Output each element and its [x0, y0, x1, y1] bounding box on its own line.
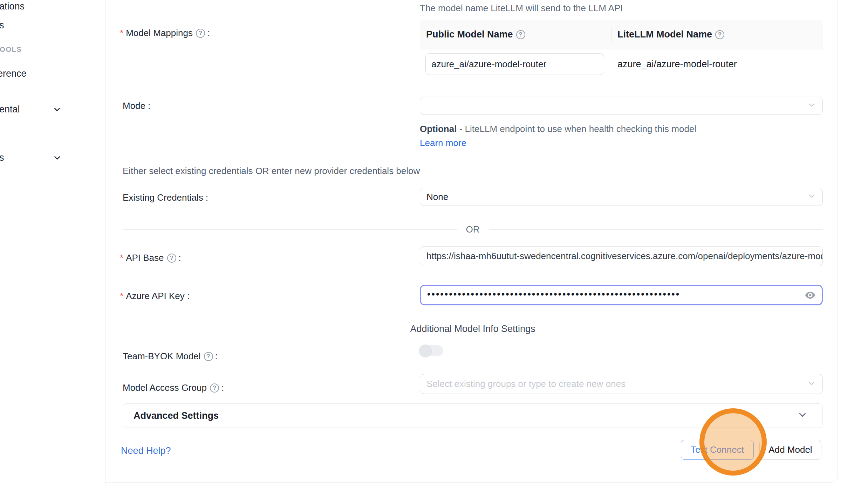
sidebar-item-settings[interactable]: s	[0, 152, 4, 163]
litellm-model-name-value: azure_ai/azure-model-router	[611, 59, 823, 70]
chevron-down-icon	[807, 192, 816, 202]
chevron-down-icon[interactable]	[53, 105, 62, 116]
chevron-down-icon	[797, 410, 808, 422]
sidebar-item-keys[interactable]: s	[0, 20, 4, 31]
table-row: azure_ai/azure-model-router	[420, 49, 823, 79]
additional-settings-divider: Additional Model Info Settings	[123, 324, 823, 334]
credentials-note: Either select existing credentials OR en…	[123, 166, 420, 176]
model-access-group-placeholder: Select existing groups or type to create…	[420, 379, 626, 389]
api-base-input[interactable]: https://ishaa-mh6uutut-swedencentral.cog…	[420, 246, 823, 266]
help-icon[interactable]: ?	[196, 29, 205, 38]
sidebar-item-organizations[interactable]: ations	[0, 1, 25, 12]
mode-select[interactable]	[420, 97, 823, 115]
model-access-group-select[interactable]: Select existing groups or type to create…	[420, 374, 823, 394]
chevron-down-icon[interactable]	[53, 153, 62, 164]
sidebar-section-tools: TOOLS	[0, 46, 22, 54]
add-model-button[interactable]: Add Model	[759, 440, 821, 460]
mode-help-text: Optional - LiteLLM endpoint to use when …	[420, 122, 708, 150]
required-asterisk: *	[120, 252, 123, 263]
help-icon[interactable]: ?	[204, 352, 213, 361]
advanced-settings-title: Advanced Settings	[123, 410, 219, 421]
team-byok-label: Team-BYOK Model ? :	[123, 351, 218, 362]
existing-credentials-label: Existing Credentials :	[123, 192, 208, 203]
public-model-name-input[interactable]	[425, 53, 604, 75]
help-icon[interactable]: ?	[715, 30, 724, 39]
masked-api-key: ••••••••••••••••••••••••••••••••••••••••…	[427, 289, 804, 300]
existing-credentials-select[interactable]: None	[420, 188, 823, 206]
toggle-knob	[419, 345, 431, 357]
or-divider: OR	[123, 224, 823, 235]
help-icon[interactable]: ?	[210, 383, 219, 393]
chevron-down-icon	[807, 379, 816, 389]
azure-api-key-label: * Azure API Key :	[120, 291, 190, 302]
existing-credentials-value: None	[420, 192, 448, 202]
learn-more-link[interactable]: Learn more	[420, 138, 466, 148]
chevron-down-icon	[807, 101, 816, 111]
team-byok-toggle[interactable]	[420, 345, 443, 356]
api-base-value: https://ishaa-mh6uutut-swedencentral.cog…	[420, 251, 823, 262]
model-name-help-text: The model name LiteLLM will send to the …	[420, 3, 623, 14]
need-help-link[interactable]: Need Help?	[121, 445, 171, 456]
advanced-settings-panel[interactable]: Advanced Settings	[123, 403, 823, 428]
sidebar-item-inference[interactable]: erence	[0, 68, 27, 79]
test-connect-button[interactable]: Test Connect	[681, 440, 754, 460]
eye-icon[interactable]	[804, 289, 816, 301]
api-base-label: * API Base ? :	[120, 252, 181, 263]
table-header-row: Public Model Name ? LiteLLM Model Name ?	[420, 20, 823, 49]
sidebar-item-experimental[interactable]: ental	[0, 104, 20, 115]
help-icon[interactable]: ?	[167, 254, 176, 263]
model-mappings-table: Public Model Name ? LiteLLM Model Name ?…	[420, 20, 823, 79]
help-icon[interactable]: ?	[516, 30, 525, 39]
model-access-group-label: Model Access Group ? :	[123, 382, 224, 393]
column-header-public-model-name: Public Model Name ?	[420, 20, 611, 49]
sidebar: ations s TOOLS erence ental s	[0, 0, 105, 485]
azure-api-key-input[interactable]: ••••••••••••••••••••••••••••••••••••••••…	[420, 285, 823, 305]
required-asterisk: *	[120, 291, 123, 302]
model-mappings-label: * Model Mappings ? :	[120, 28, 210, 39]
required-asterisk: *	[120, 28, 123, 39]
column-header-litellm-model-name: LiteLLM Model Name ?	[611, 20, 823, 49]
mode-label: Mode :	[123, 101, 150, 111]
